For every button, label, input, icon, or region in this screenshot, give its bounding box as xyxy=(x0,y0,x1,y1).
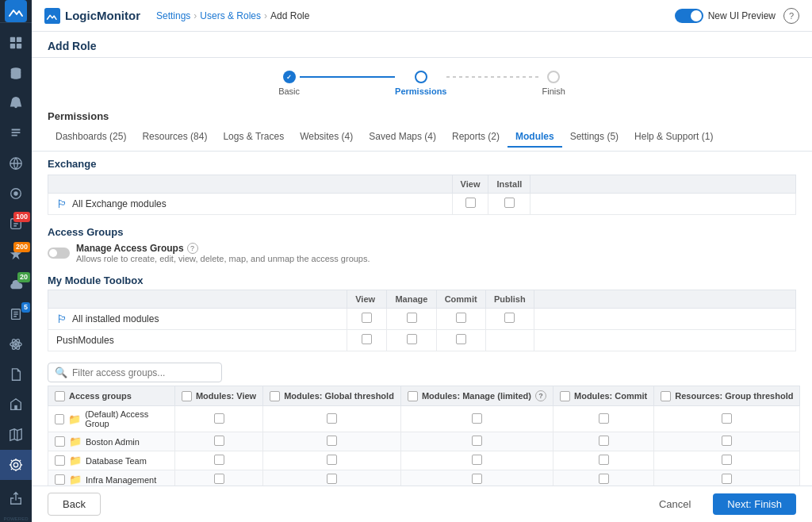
ag-cell-checkbox[interactable] xyxy=(722,455,732,465)
sidebar-bottom: POWERED BY Logic Monitor xyxy=(0,450,32,522)
ag-cell-checkbox[interactable] xyxy=(214,455,224,465)
svg-rect-14 xyxy=(14,405,17,409)
tab-help-support[interactable]: Help & Support (1) xyxy=(626,127,721,148)
permissions-tabs: Dashboards (25) Resources (84) Logs & Tr… xyxy=(48,127,796,148)
tab-modules[interactable]: Modules xyxy=(508,127,562,148)
sidebar-item-dashboards[interactable] xyxy=(0,28,32,58)
sidebar-item-docs[interactable] xyxy=(0,359,32,390)
sidebar-item-apm[interactable] xyxy=(0,178,32,209)
help-icon[interactable]: ? xyxy=(783,8,799,24)
ag-commit-all-checkbox[interactable] xyxy=(560,391,570,401)
next-finish-button[interactable]: Next: Finish xyxy=(713,493,796,515)
toolbox-row2-commit-cb[interactable] xyxy=(456,334,466,344)
ag-row-label-text: Database Team xyxy=(86,456,147,466)
exchange-row-label: 🏳 All Exchange modules xyxy=(48,194,453,215)
exchange-view-cell xyxy=(452,194,488,215)
ag-row-label-cell: 📁 Database Team xyxy=(48,451,175,470)
ag-cell-checkbox[interactable] xyxy=(599,474,609,484)
toolbox-row1-manage-cb[interactable] xyxy=(407,313,417,323)
sidebar-item-100[interactable]: 100 xyxy=(0,209,32,239)
ag-table-wrapper: Access groups Modules: View xyxy=(32,386,812,486)
ag-ml-help-icon[interactable]: ? xyxy=(535,390,546,401)
ag-cell-checkbox[interactable] xyxy=(214,436,224,446)
ag-cell-checkbox[interactable] xyxy=(327,413,337,424)
breadcrumb-users-roles[interactable]: Users & Roles xyxy=(200,10,261,21)
sidebar-item-resources[interactable] xyxy=(0,58,32,88)
ag-col-resources-threshold: Resources: Group threshold xyxy=(654,386,800,406)
ag-row-col-1 xyxy=(174,432,262,451)
folder-icon: 📁 xyxy=(69,474,82,486)
sidebar-item-alerts[interactable] xyxy=(0,88,32,118)
manage-access-toggle[interactable] xyxy=(48,248,70,259)
toolbox-row1-extra xyxy=(534,309,795,330)
tab-dashboards[interactable]: Dashboards (25) xyxy=(48,127,134,148)
new-ui-toggle[interactable]: New UI Preview xyxy=(675,9,776,23)
manage-access-help-icon[interactable]: ? xyxy=(187,243,198,254)
toolbox-row1-view-cb[interactable] xyxy=(362,313,372,323)
sidebar-item-200[interactable]: 200 xyxy=(0,239,32,269)
toolbox-row2-view-cb[interactable] xyxy=(362,334,372,344)
ag-ml-all-checkbox[interactable] xyxy=(408,391,418,401)
tab-websites[interactable]: Websites (4) xyxy=(292,127,361,148)
ag-cell-checkbox[interactable] xyxy=(722,474,732,484)
tab-logs-traces[interactable]: Logs & Traces xyxy=(215,127,292,148)
ag-cell-checkbox[interactable] xyxy=(722,436,732,446)
tab-resources[interactable]: Resources (84) xyxy=(134,127,215,148)
ag-row-checkbox[interactable] xyxy=(55,436,65,447)
search-input[interactable] xyxy=(72,367,207,378)
sidebar-item-reports[interactable] xyxy=(0,390,32,420)
exchange-view-checkbox[interactable] xyxy=(465,198,476,208)
ag-cell-checkbox[interactable] xyxy=(472,455,482,465)
toolbox-row1-publish-cb[interactable] xyxy=(504,313,515,323)
ag-rt-all-checkbox[interactable] xyxy=(661,391,671,401)
ag-row-checkbox[interactable] xyxy=(55,414,64,424)
sidebar-item-note[interactable]: 5 xyxy=(0,299,32,329)
ag-cell-checkbox[interactable] xyxy=(472,413,482,424)
ag-row-col-1 xyxy=(174,451,262,470)
ag-select-all-checkbox[interactable] xyxy=(55,391,65,401)
ag-cell-checkbox[interactable] xyxy=(214,413,224,424)
filter-input-container: 🔍 xyxy=(48,363,222,382)
breadcrumb-settings[interactable]: Settings xyxy=(156,10,190,21)
ag-cell-checkbox[interactable] xyxy=(472,474,482,484)
ag-view-all-checkbox[interactable] xyxy=(182,391,192,401)
toolbox-row2-manage-cb[interactable] xyxy=(407,334,417,344)
access-groups-section: Access Groups Manage Access Groups ? All… xyxy=(32,221,812,271)
toggle-track[interactable] xyxy=(675,9,703,23)
sidebar-item-settings[interactable] xyxy=(0,450,32,480)
ag-row-checkbox[interactable] xyxy=(55,474,65,485)
exchange-extra-cell xyxy=(530,194,796,215)
ag-row-col-5 xyxy=(654,451,800,470)
sidebar-item-logs[interactable] xyxy=(0,118,32,148)
ag-gt-all-checkbox[interactable] xyxy=(270,391,280,401)
toolbox-col-manage: Manage xyxy=(387,290,436,309)
ag-row-checkbox[interactable] xyxy=(55,455,65,466)
toolbox-row1-commit-cb[interactable] xyxy=(456,313,466,323)
sidebar-item-share[interactable] xyxy=(0,483,32,513)
tab-saved-maps[interactable]: Saved Maps (4) xyxy=(361,127,444,148)
ag-cell-checkbox[interactable] xyxy=(327,474,337,484)
svg-rect-3 xyxy=(10,44,15,48)
ag-col-groups-label: Access groups xyxy=(69,391,132,401)
ag-cell-checkbox[interactable] xyxy=(599,413,609,424)
sidebar-item-cloud[interactable]: 20 xyxy=(0,269,32,299)
tab-reports[interactable]: Reports (2) xyxy=(444,127,508,148)
ag-cell-checkbox[interactable] xyxy=(327,455,337,465)
sidebar-item-atom[interactable] xyxy=(0,329,32,359)
ag-cell-checkbox[interactable] xyxy=(722,413,732,424)
ag-cell-checkbox[interactable] xyxy=(599,455,609,465)
page-title: Add Role xyxy=(48,40,796,52)
exchange-table: View Install 🏳 All Exchange modules xyxy=(48,175,796,215)
ag-cell-checkbox[interactable] xyxy=(599,436,609,446)
exchange-install-checkbox[interactable] xyxy=(504,198,515,208)
ag-row-col-3 xyxy=(400,470,553,486)
cancel-button[interactable]: Cancel xyxy=(645,493,705,515)
ag-cell-checkbox[interactable] xyxy=(214,474,224,484)
sidebar-item-map[interactable] xyxy=(0,420,32,450)
back-button[interactable]: Back xyxy=(48,493,101,516)
ag-cell-checkbox[interactable] xyxy=(472,436,482,446)
tab-settings[interactable]: Settings (5) xyxy=(562,127,626,148)
sidebar-item-websites[interactable] xyxy=(0,148,32,178)
ag-cell-checkbox[interactable] xyxy=(327,436,337,446)
ag-table-header-row: Access groups Modules: View xyxy=(48,386,800,406)
